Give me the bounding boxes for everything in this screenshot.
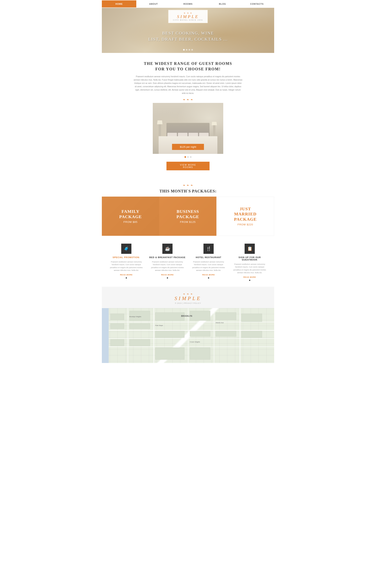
map-section: BROOKLYN Brooklyn Heights Park Slope Cro…	[102, 308, 274, 363]
guest-rooms-description: Praesent vestibulum aenean noinummy hend…	[133, 75, 243, 95]
footer-copyright: © 2015 | PRIVACY POLICY	[102, 302, 274, 304]
special-promotion-title: SPECIAL PROMOTION:	[108, 256, 145, 258]
hero-dot-1[interactable]	[183, 49, 185, 51]
just-married-package-overlay: JUSTMARRIEDPACKAGE FROM $220	[217, 197, 274, 235]
packages-section: ❧ ❧ ❧ THIS MONTH`S PACKAGES: FAMILYPACKA…	[102, 180, 274, 236]
nav-rooms[interactable]: ROOMS	[171, 0, 205, 7]
special-promotion-read-more[interactable]: READ MORE	[108, 274, 145, 276]
room-lamp-right	[213, 125, 215, 136]
room-dot-2[interactable]	[187, 156, 189, 158]
family-package-price: FROM $85	[124, 221, 138, 224]
feature-special-promotion: 🧳 SPECIAL PROMOTION: Praesent vestibulum…	[106, 244, 147, 281]
feature-guestbook: 📋 SIGN UP FOR OUR GUESTBOOK Praesent ves…	[229, 244, 270, 281]
nav-blog[interactable]: BLOG	[205, 0, 240, 7]
map-block-1	[110, 314, 124, 320]
special-promotion-desc: Praesent vestibulum aenean noinummy hend…	[108, 260, 145, 272]
map-label-2: Park Slope	[155, 325, 163, 326]
features-section: 🧳 SPECIAL PROMOTION: Praesent vestibulum…	[102, 236, 274, 287]
bed-breakfast-read-more[interactable]: READ MORE	[149, 274, 186, 276]
room-dot-1[interactable]	[185, 156, 186, 158]
just-married-package-price: FROM $220	[238, 223, 253, 226]
map-block-15	[241, 314, 262, 322]
guest-rooms-heading: THE WIDEST RANGE OF GUEST ROOMS FOR YOU …	[114, 61, 262, 72]
hero-headline: BEST COOKING, WINE LIST, DRAFT BEER, COC…	[148, 30, 228, 42]
map-block-5	[216, 312, 236, 320]
nav-contacts[interactable]: CONTACTS	[240, 0, 274, 7]
hero-dot-2[interactable]	[186, 49, 188, 51]
special-promotion-dot	[126, 277, 127, 278]
hotel-restaurant-desc: Praesent vestibulum aenean noinummy hend…	[190, 260, 227, 272]
map-brooklyn-label: BROOKLYN	[181, 315, 192, 317]
room-price-button[interactable]: $125 per night	[172, 144, 204, 150]
guestbook-dot	[249, 280, 250, 281]
bed-breakfast-dot	[167, 277, 168, 278]
map-block-6	[110, 323, 124, 329]
map-label-1: Brooklyn Heights	[129, 316, 141, 318]
guestbook-read-more[interactable]: READ MORE	[231, 276, 268, 278]
nav-about[interactable]: ABOUT	[136, 0, 171, 7]
hotel-restaurant-dot	[208, 277, 209, 278]
guestbook-title: SIGN UP FOR OUR GUESTBOOK	[231, 256, 268, 261]
hero-dot-3[interactable]	[188, 49, 190, 51]
just-married-package[interactable]: JUSTMARRIEDPACKAGE FROM $220	[216, 197, 274, 236]
hotel-restaurant-title: HOTEL RESTAURANT	[190, 256, 227, 258]
bed-breakfast-title: BED & BREAKFAST PACKAGE	[149, 256, 186, 258]
hero-text: BEST COOKING, WINE LIST, DRAFT BEER, COC…	[148, 30, 228, 42]
footer-logo-section: ❧ ❧ ❧ SIMPLE © 2015 | PRIVACY POLICY	[102, 287, 274, 308]
footer-logo: SIMPLE	[102, 296, 274, 301]
guest-rooms-section: THE WIDEST RANGE OF GUEST ROOMS FOR YOU …	[102, 53, 274, 180]
main-nav: HOME ABOUT ROOMS BLOG CONTACTS	[102, 0, 274, 8]
map-block-4	[190, 311, 210, 321]
business-package-price: FROM $125	[180, 221, 196, 224]
hotel-restaurant-icon: 🍴	[203, 244, 214, 254]
feature-hotel-restaurant: 🍴 HOTEL RESTAURANT Praesent vestibulum a…	[188, 244, 229, 281]
map-block-10	[216, 331, 236, 337]
room-lamp-shade-left	[157, 120, 163, 124]
ornament-divider: ❧ ❧ ❧	[114, 98, 262, 101]
room-carousel-dots	[153, 156, 223, 158]
packages-heading: THIS MONTH`S PACKAGES:	[102, 189, 274, 193]
hero-section: ❧ ❧ ❧ SIMPLE CITY HOTEL SINCE 1956 BEST …	[102, 8, 274, 53]
room-lamp-left	[159, 124, 161, 136]
map-block-11	[110, 339, 124, 346]
hero-logo-ornament: ❧ ❧ ❧	[173, 12, 203, 14]
hero-logo-title: SIMPLE	[173, 14, 203, 19]
map-block-14	[190, 348, 210, 360]
guestbook-desc: Praesent vestibulum aenean noinummy hend…	[231, 263, 268, 274]
map-block-16	[241, 331, 262, 338]
footer-ornament: ❧ ❧ ❧	[102, 293, 274, 296]
bed-breakfast-desc: Praesent vestibulum aenean noinummy hend…	[149, 260, 186, 272]
map-label-3: Crown Heights	[190, 341, 200, 343]
packages-grid: FAMILYPACKAGE FROM $85 BUSINESSPACKAGE F…	[102, 197, 274, 236]
guestbook-icon: 📋	[245, 244, 255, 254]
room-carousel: $125 per night	[153, 103, 223, 158]
map-block-9	[190, 331, 210, 337]
hero-logo-subtitle: CITY HOTEL SINCE 1956	[173, 19, 203, 21]
business-package-overlay: BUSINESSPACKAGE FROM $125	[159, 197, 217, 236]
family-package[interactable]: FAMILYPACKAGE FROM $85	[102, 197, 159, 236]
room-image: $125 per night	[153, 103, 223, 154]
view-more-rooms-button[interactable]: VIEW MORE ROOMS	[167, 162, 209, 170]
hero-dot-4[interactable]	[191, 49, 193, 51]
hero-logo-box: ❧ ❧ ❧ SIMPLE CITY HOTEL SINCE 1956	[168, 10, 208, 23]
family-package-title: FAMILYPACKAGE	[119, 209, 142, 219]
map-label-4: Atlantic Ave	[216, 322, 224, 324]
business-package[interactable]: BUSINESSPACKAGE FROM $125	[159, 197, 217, 236]
map-block-7	[129, 323, 150, 329]
map-block-13	[155, 348, 185, 360]
family-package-overlay: FAMILYPACKAGE FROM $85	[102, 197, 159, 236]
just-married-package-title: JUSTMARRIEDPACKAGE	[234, 206, 257, 222]
map-block-3	[155, 312, 185, 321]
feature-bed-breakfast: ☕ BED & BREAKFAST PACKAGE Praesent vesti…	[147, 244, 188, 281]
bed-breakfast-icon: ☕	[162, 244, 173, 254]
map-water-left	[102, 308, 109, 363]
nav-home[interactable]: HOME	[102, 0, 136, 7]
hotel-restaurant-read-more[interactable]: READ MORE	[190, 274, 227, 276]
hero-carousel-dots	[183, 49, 193, 51]
map-block-8	[155, 331, 185, 338]
business-package-title: BUSINESSPACKAGE	[177, 209, 199, 219]
map-block-12	[129, 339, 150, 346]
special-promotion-icon: 🧳	[121, 244, 131, 254]
room-dot-3[interactable]	[190, 156, 191, 158]
room-lamp-shade-right	[211, 122, 217, 125]
